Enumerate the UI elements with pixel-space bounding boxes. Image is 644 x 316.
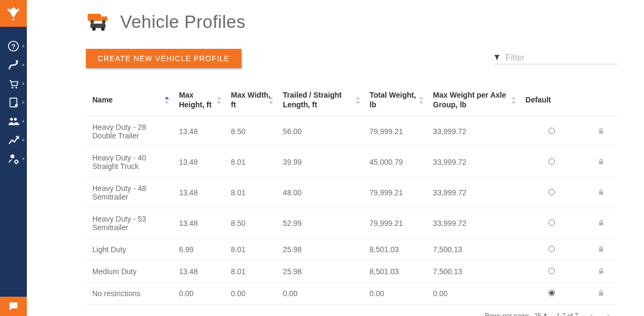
svg-point-1 [18, 9, 20, 11]
sidebar-item-user-settings[interactable] [0, 149, 27, 168]
sidebar-item-help[interactable]: ? [0, 36, 27, 55]
svg-point-19 [101, 27, 105, 31]
sidebar-nav: ? [0, 27, 27, 297]
lock-icon [598, 188, 604, 197]
table-row[interactable]: Heavy Duty - 40 Straight Truck13.488.013… [86, 147, 617, 178]
default-radio[interactable] [548, 290, 555, 296]
table-row[interactable]: Heavy Duty - 28 Double Trailer13.488.505… [86, 116, 617, 147]
table-row[interactable]: Light Duty6.998.0125.988,501.037,500.13 [86, 239, 617, 261]
col-name[interactable]: Name [86, 84, 172, 116]
cell-width: 0.00 [224, 283, 276, 305]
table-row[interactable]: Heavy Duty - 53 Semitrailer13.488.5052.9… [86, 208, 617, 239]
filter-field[interactable] [494, 53, 617, 64]
cell-lock [582, 147, 617, 178]
col-total-weight[interactable]: Total Weight, lb [363, 84, 427, 116]
cell-name: Medium Duty [86, 261, 172, 283]
filter-input[interactable] [506, 53, 608, 63]
lock-icon [598, 289, 604, 298]
cell-name: Heavy Duty - 48 Semitrailer [86, 178, 172, 208]
default-radio[interactable] [548, 189, 555, 195]
default-radio[interactable] [548, 246, 555, 252]
cell-axle: 7,500.13 [427, 261, 519, 283]
pager-prev[interactable]: ‹ [588, 311, 595, 316]
svg-point-0 [8, 9, 10, 11]
cell-axle: 7,500.13 [427, 239, 519, 261]
svg-point-6 [16, 86, 17, 88]
sidebar-chat-button[interactable] [0, 297, 27, 316]
lock-icon [598, 267, 604, 276]
chat-icon [8, 300, 19, 312]
lock-icon [598, 127, 604, 136]
cell-total: 45,000.79 [363, 147, 427, 178]
sidebar-item-routes[interactable] [0, 55, 27, 74]
svg-point-16 [102, 20, 106, 24]
sidebar: ? [0, 0, 27, 316]
filter-icon [494, 54, 500, 62]
svg-text:?: ? [11, 42, 16, 50]
cell-default [519, 178, 582, 208]
sidebar-item-analytics[interactable] [0, 130, 27, 149]
cell-height: 13.48 [172, 178, 224, 208]
default-radio[interactable] [548, 158, 555, 165]
logo-icon [5, 5, 21, 21]
rows-per-page-select[interactable]: 25 [534, 312, 546, 316]
cell-width: 8.50 [224, 208, 276, 239]
sidebar-item-addressbook[interactable] [0, 93, 27, 112]
cell-total: 79,999.21 [363, 178, 427, 208]
cell-length: 48.00 [276, 178, 363, 208]
col-height-label: Max Height, ft [179, 91, 211, 109]
col-width-label: Max Width, ft [231, 91, 270, 109]
col-lock [582, 84, 617, 116]
col-total-label: Total Weight, lb [370, 91, 416, 109]
cell-default [519, 239, 582, 261]
svg-point-18 [92, 27, 96, 31]
cell-name: No restrictions [86, 283, 172, 305]
pager: Rows per page: 25 1-7 of 7 ‹ › [86, 311, 617, 316]
cell-axle: 33,999.72 [427, 178, 519, 208]
svg-point-11 [11, 154, 14, 158]
default-radio[interactable] [548, 128, 555, 134]
cell-default [519, 116, 582, 147]
svg-rect-13 [87, 14, 101, 21]
cell-total: 0.00 [363, 283, 427, 305]
create-vehicle-profile-button[interactable]: CREATE NEW VEHICLE PROFILE [86, 49, 241, 68]
cell-default [519, 208, 582, 239]
toolbar: CREATE NEW VEHICLE PROFILE [86, 49, 617, 68]
cell-total: 79,999.21 [363, 116, 427, 147]
sort-icon [356, 97, 360, 104]
cell-name: Heavy Duty - 40 Straight Truck [86, 147, 172, 178]
cell-lock [582, 261, 617, 283]
cell-default [519, 147, 582, 178]
sidebar-item-orders[interactable] [0, 74, 27, 93]
team-icon [8, 115, 19, 127]
col-max-width[interactable]: Max Width, ft [224, 84, 276, 116]
cell-length: 52.99 [276, 208, 363, 239]
default-radio[interactable] [548, 268, 555, 274]
cell-default [519, 261, 582, 283]
cell-total: 79,999.21 [363, 208, 427, 239]
table-row[interactable]: Heavy Duty - 48 Semitrailer13.488.0148.0… [86, 178, 617, 208]
routes-icon [8, 59, 19, 71]
default-radio[interactable] [548, 219, 555, 226]
cell-axle: 33,999.72 [427, 147, 519, 178]
sort-icon [269, 97, 273, 104]
cell-total: 8,501.03 [363, 239, 427, 261]
app-logo[interactable] [0, 0, 27, 27]
col-length-label: Trailed / Straight Length, ft [283, 91, 342, 109]
cell-height: 13.48 [172, 208, 224, 239]
cell-length: 25.98 [276, 239, 363, 261]
sidebar-item-team[interactable] [0, 112, 27, 130]
lock-icon [598, 158, 604, 166]
cell-width: 8.01 [224, 147, 276, 178]
col-axle-weight[interactable]: Max Weight per Axle Group, lb [427, 84, 519, 116]
pager-next[interactable]: › [605, 311, 612, 316]
col-length[interactable]: Trailed / Straight Length, ft [276, 84, 363, 116]
table-row[interactable]: Medium Duty13.488.0125.988,501.037,500.1… [86, 261, 617, 283]
cell-height: 13.48 [172, 116, 224, 147]
table-row[interactable]: No restrictions0.000.000.000.000.00 [86, 283, 617, 305]
lock-icon [598, 245, 604, 254]
cell-width: 8.50 [224, 116, 276, 147]
cell-default [519, 283, 582, 305]
cell-lock [582, 283, 617, 305]
col-max-height[interactable]: Max Height, ft [172, 84, 224, 116]
